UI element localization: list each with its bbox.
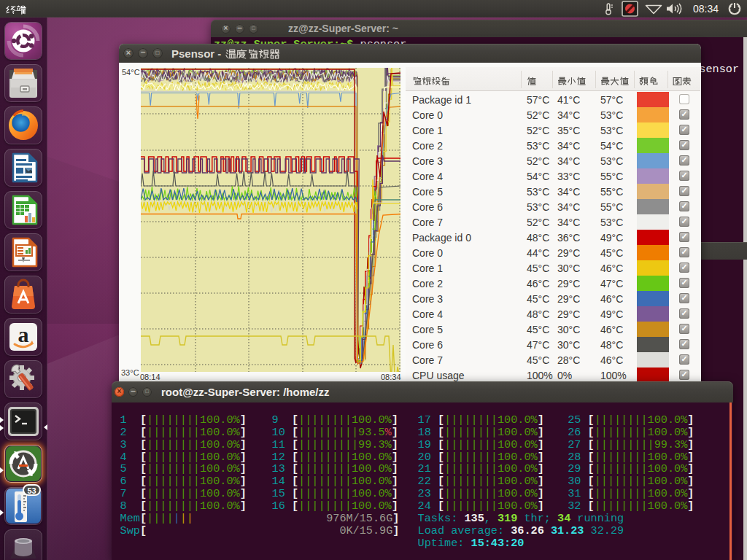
svg-text:a: a [18,322,29,346]
